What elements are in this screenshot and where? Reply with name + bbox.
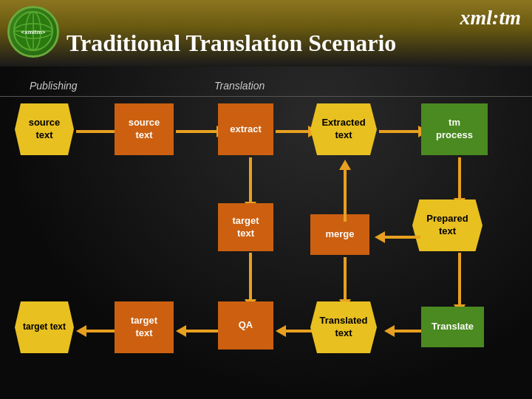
source-text-mid-box: source text — [115, 103, 174, 155]
target-text-mid-box: target text — [218, 203, 273, 251]
arrow-prepared-to-merge — [375, 231, 420, 243]
publishing-label: Publishing — [30, 80, 78, 92]
arrow-merge-up — [339, 160, 351, 222]
svg-text:<xmltm>: <xmltm> — [21, 29, 46, 35]
logo-circle: <xmltm> — [7, 6, 59, 58]
source-text-left-box: source text — [15, 103, 74, 155]
translated-text-box: Translated text — [310, 301, 377, 353]
logo: <xmltm> — [7, 6, 59, 58]
divider — [0, 96, 532, 97]
target-text-bot-box: target text — [115, 301, 174, 353]
extract-box: extract — [218, 103, 273, 155]
tm-process-box: tm process — [421, 103, 488, 155]
translate-box: Translate — [421, 307, 484, 347]
extracted-text-box: Extracted text — [310, 103, 377, 155]
arrow-prepared-down — [454, 253, 466, 315]
xml-tm-title: xml:tm — [460, 6, 521, 30]
qa-box: QA — [218, 301, 273, 349]
translation-label: Translation — [214, 80, 265, 92]
page-title: Traditional Translation Scenario — [66, 30, 521, 57]
logo-inner: <xmltm> — [11, 9, 55, 55]
target-text-left-box: target text — [15, 301, 74, 353]
prepared-text-box: Prepared text — [412, 200, 482, 251]
